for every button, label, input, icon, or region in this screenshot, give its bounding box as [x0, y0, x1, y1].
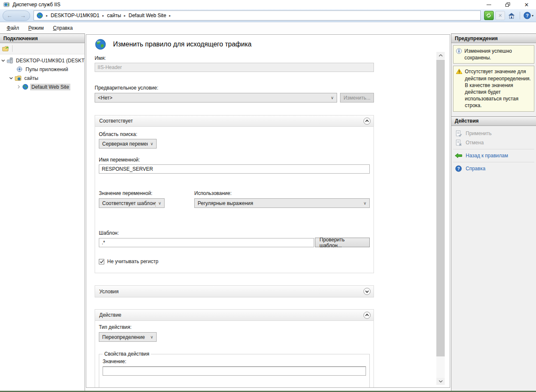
precondition-select[interactable]: <Нет> ∨: [95, 93, 337, 102]
action-section-title: Действие: [99, 312, 121, 318]
checkbox-checked-icon[interactable]: [103, 387, 108, 388]
tree-item-default-web-site[interactable]: Default Web Site: [0, 82, 85, 91]
match-section-header[interactable]: Соответствует: [95, 115, 374, 127]
match-section-title: Соответствует: [99, 118, 133, 124]
refresh-button[interactable]: [484, 11, 494, 20]
tree-item-sites[interactable]: сайты: [0, 74, 85, 82]
using-select[interactable]: Регулярные выражения ∨: [194, 198, 370, 208]
alerts-header: Предупреждения: [451, 33, 536, 43]
alerts-list: Изменения успешно сохранены. Отсутствует…: [451, 43, 536, 112]
restore-button[interactable]: [498, 0, 517, 9]
action-properties-title: Свойства действия: [103, 351, 151, 357]
tree-item-app-pools[interactable]: Пулы приложений: [0, 65, 85, 74]
chevron-expanded-icon[interactable]: [1, 59, 5, 62]
action-section: Действие Тип действия: Переопределение ∨: [95, 309, 374, 387]
menu-bar: Файл Режим Справка: [0, 22, 536, 33]
page-globe-icon: [95, 38, 106, 50]
chevron-expanded-icon[interactable]: [9, 76, 13, 80]
scrollbar-thumb[interactable]: [436, 60, 445, 356]
apply-label: Применить: [466, 131, 492, 136]
sites-folder-icon: [15, 75, 21, 81]
ignore-case-label: Не учитывать регистр: [107, 259, 158, 264]
cancel-action: Отмена: [451, 138, 536, 147]
close-button[interactable]: ✕: [517, 0, 536, 9]
chevron-up-circle-icon[interactable]: [363, 118, 371, 125]
action-type-select[interactable]: Переопределение ∨: [99, 332, 157, 342]
breadcrumb-item-default-web-site[interactable]: Default Web Site: [129, 13, 166, 18]
help-button[interactable]: ? ▾: [523, 12, 533, 19]
ignore-case-checkbox-row[interactable]: Не учитывать регистр: [99, 259, 370, 264]
chevron-up-circle-icon[interactable]: [363, 312, 371, 319]
apply-action: Применить: [451, 129, 536, 138]
minimize-button[interactable]: [479, 0, 498, 9]
checkbox-checked-icon[interactable]: [99, 259, 104, 264]
info-alert-text: Изменения успешно сохранены.: [464, 48, 531, 61]
iis-manager-window: Диспетчер служб IIS ✕ ← → ▸ DESKTOP-U1MK…: [0, 0, 536, 392]
tree-item-server[interactable]: DESKTOP-U1MK9D1 (DESKTO: [0, 56, 85, 65]
scrollbar-track[interactable]: [436, 59, 445, 378]
scroll-down-button[interactable]: [436, 378, 445, 385]
using-label: Использование:: [194, 190, 370, 196]
breadcrumb-arrow-icon: ▸: [46, 14, 48, 18]
back-to-rules-action[interactable]: Назад к правилам: [451, 151, 536, 160]
actions-list: Применить Отмена Назад к правилам: [451, 126, 536, 391]
page-scroll-area: Имя: Предварительное условие: <Нет> ∨ Из…: [86, 52, 450, 387]
app-pools-icon: [16, 66, 23, 72]
action-section-header[interactable]: Действие: [95, 310, 374, 321]
tree-item-label: Пулы приложений: [24, 66, 70, 73]
actions-header: Действия: [451, 116, 536, 126]
action-value-input[interactable]: [103, 366, 366, 376]
conditions-section-title: Условия: [99, 289, 119, 295]
back-to-rules-label[interactable]: Назад к правилам: [466, 153, 508, 159]
page-title: Изменить правило для исходящего трафика: [113, 41, 252, 48]
cancel-label: Отмена: [466, 140, 484, 146]
breadcrumb-arrow-icon: ▸: [103, 14, 104, 18]
save-connection-icon[interactable]: [2, 46, 9, 52]
chevron-collapsed-icon[interactable]: [16, 85, 21, 89]
breadcrumb[interactable]: ▸ DESKTOP-U1MK9D1 ▸ сайты ▸ Default Web …: [34, 10, 481, 20]
precondition-label: Предварительное условие:: [95, 85, 374, 91]
replace-existing-label: Заменить действующее значение серверной …: [111, 387, 246, 387]
scope-select[interactable]: Серверная переменн ∨: [99, 139, 157, 149]
stop-button[interactable]: ✕: [495, 11, 505, 20]
replace-existing-checkbox-row[interactable]: Заменить действующее значение серверной …: [103, 387, 366, 387]
toolbar-separator: [520, 12, 520, 19]
menu-file[interactable]: Файл: [3, 24, 23, 32]
server-icon: [7, 57, 13, 64]
tree-item-label: сайты: [23, 75, 40, 82]
test-pattern-button[interactable]: Проверить шаблон...: [315, 238, 370, 247]
home-button[interactable]: [507, 11, 516, 20]
back-button[interactable]: ←: [7, 13, 13, 18]
menu-mode[interactable]: Режим: [24, 24, 48, 32]
close-icon: ✕: [524, 2, 529, 8]
breadcrumb-item-sites[interactable]: сайты: [107, 13, 121, 18]
right-panel: Предупреждения Изменения успешно сохране…: [451, 33, 536, 391]
toolbar-separator: [12, 45, 13, 52]
forward-button[interactable]: →: [20, 13, 26, 18]
help-label[interactable]: Справка: [466, 166, 485, 172]
svg-text:?: ?: [457, 167, 460, 171]
minimize-icon: [487, 5, 491, 5]
globe-icon: [36, 12, 43, 19]
pattern-input[interactable]: [99, 238, 314, 247]
menu-help[interactable]: Справка: [49, 24, 77, 32]
precondition-value: <Нет>: [98, 95, 112, 101]
match-section: Соответствует Область поиска: Серверная …: [95, 115, 374, 273]
chevron-down-circle-icon[interactable]: [363, 288, 371, 295]
vertical-scrollbar[interactable]: [436, 52, 445, 385]
nav-buttons: ← →: [3, 10, 30, 21]
chevron-down-icon: ∨: [150, 335, 153, 339]
conditions-section: Условия: [95, 285, 374, 297]
breadcrumb-item-server[interactable]: DESKTOP-U1MK9D1: [51, 13, 99, 18]
back-arrow-icon: [455, 153, 462, 158]
variable-value-select[interactable]: Соответствует шаблону ∨: [99, 198, 165, 208]
scroll-up-button[interactable]: [436, 52, 445, 59]
conditions-section-header[interactable]: Условия: [95, 286, 374, 297]
variable-name-input[interactable]: [99, 164, 370, 174]
scope-value: Серверная переменн: [102, 141, 148, 147]
help-action[interactable]: ? Справка: [451, 164, 536, 173]
using-value: Регулярные выражения: [198, 200, 253, 206]
action-value-label: Значение:: [103, 359, 366, 364]
scroll-up-icon: [439, 54, 443, 56]
info-alert: Изменения успешно сохранены.: [453, 45, 534, 64]
